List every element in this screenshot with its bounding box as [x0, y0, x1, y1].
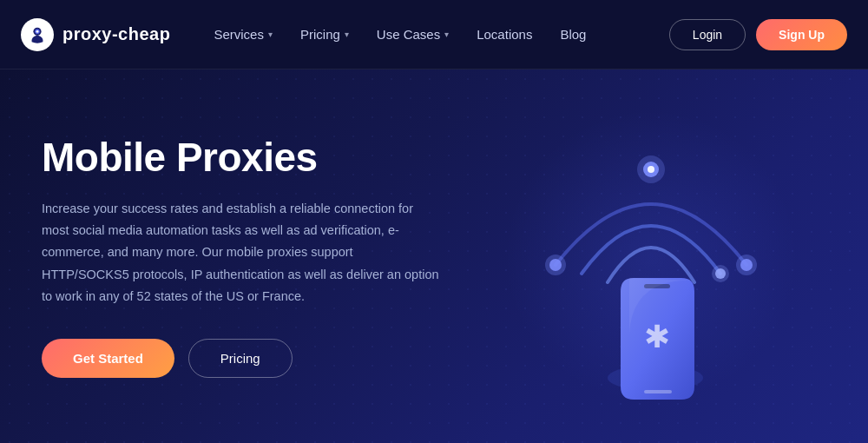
svg-point-6	[736, 255, 757, 275]
svg-point-2	[36, 30, 39, 32]
navbar: proxy-cheap Services ▾ Pricing ▾ Use Cas…	[0, 0, 868, 69]
svg-text:✱: ✱	[644, 319, 670, 354]
hero-section: ✱ Mobile Proxies Increase your success r…	[0, 69, 868, 443]
chevron-down-icon: ▾	[268, 30, 273, 39]
hero-description: Increase your success rates and establis…	[42, 198, 441, 308]
login-button[interactable]: Login	[669, 19, 746, 50]
nav-auth: Login Sign Up	[669, 19, 847, 50]
nav-links: Services ▾ Pricing ▾ Use Cases ▾ Locatio…	[201, 20, 668, 49]
hero-illustration: ✱	[486, 91, 816, 421]
logo-icon	[21, 18, 54, 51]
hero-content: Mobile Proxies Increase your success rat…	[42, 135, 441, 379]
get-started-button[interactable]: Get Started	[42, 339, 174, 378]
logo[interactable]: proxy-cheap	[21, 18, 170, 51]
nav-locations[interactable]: Locations	[464, 20, 544, 49]
wifi-illustration: ✱	[486, 91, 816, 421]
nav-blog[interactable]: Blog	[548, 20, 598, 49]
nav-pricing[interactable]: Pricing ▾	[288, 20, 361, 49]
brand-name: proxy-cheap	[62, 24, 170, 44]
svg-point-4	[545, 255, 566, 275]
hero-title: Mobile Proxies	[42, 135, 441, 181]
svg-rect-15	[644, 390, 672, 393]
svg-point-11	[648, 166, 654, 173]
nav-use-cases[interactable]: Use Cases ▾	[365, 20, 461, 49]
nav-services[interactable]: Services ▾	[201, 20, 285, 49]
signup-button[interactable]: Sign Up	[756, 19, 847, 50]
chevron-down-icon: ▾	[444, 30, 449, 39]
hero-buttons: Get Started Pricing	[42, 339, 441, 378]
svg-point-8	[712, 265, 729, 282]
pricing-button[interactable]: Pricing	[188, 339, 293, 378]
chevron-down-icon: ▾	[345, 30, 349, 39]
